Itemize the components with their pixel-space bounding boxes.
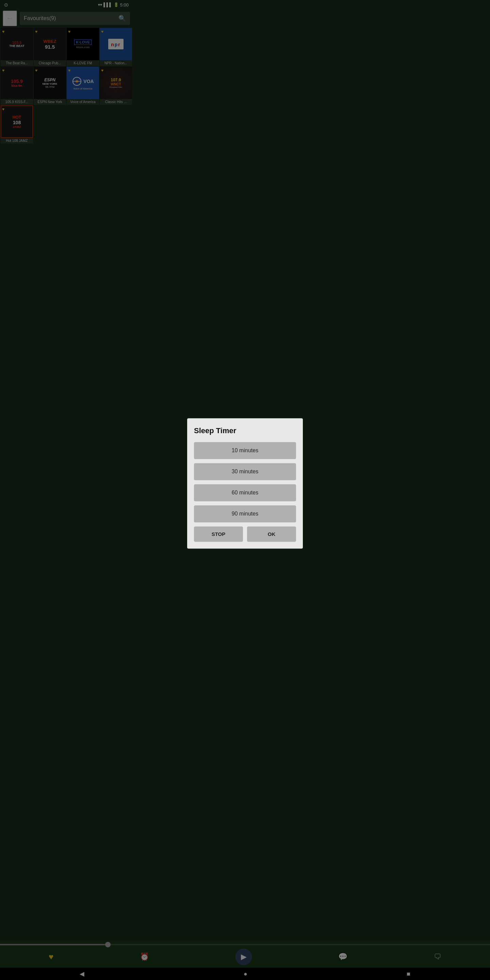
dialog-overlay[interactable] — [0, 0, 133, 266]
